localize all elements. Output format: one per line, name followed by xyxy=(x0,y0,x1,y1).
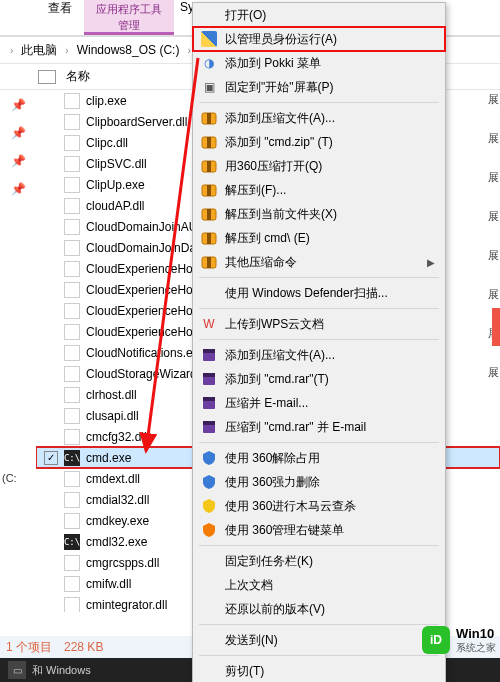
pin-icon[interactable]: 📌 xyxy=(11,126,26,140)
zip-icon xyxy=(201,134,217,150)
watermark: iD Win10 系统之家 xyxy=(422,626,496,654)
menu-item[interactable]: ▣固定到"开始"屏幕(P) xyxy=(193,75,445,99)
menu-item[interactable]: 其他压缩命令▶ xyxy=(193,250,445,274)
pin-icon[interactable]: 📌 xyxy=(11,98,26,112)
menu-item[interactable]: 使用 360进行木马云查杀 xyxy=(193,494,445,518)
menu-item-label: 使用 Windows Defender扫描... xyxy=(225,285,388,302)
menu-item[interactable]: 添加到压缩文件(A)... xyxy=(193,106,445,130)
crumb-computer[interactable]: 此电脑 xyxy=(17,40,61,61)
menu-item[interactable]: 打开(O) xyxy=(193,3,445,27)
menu-item[interactable]: 压缩并 E-mail... xyxy=(193,391,445,415)
file-icon xyxy=(64,576,80,592)
file-icon xyxy=(64,324,80,340)
file-icon xyxy=(64,303,80,319)
menu-item-label: 添加到 "cmd.rar"(T) xyxy=(225,371,329,388)
file-name: CloudDomainJoinAU xyxy=(86,220,197,234)
strip-label: 展 xyxy=(488,92,499,107)
menu-item[interactable]: 解压到(F)... xyxy=(193,178,445,202)
select-all-checkbox[interactable] xyxy=(38,70,56,84)
file-name: cmcfg32.dll xyxy=(86,430,147,444)
ribbon-view[interactable]: 查看 xyxy=(48,0,72,17)
taskbar-app[interactable]: 和 Windows xyxy=(32,663,91,678)
menu-item-label: 压缩到 "cmd.rar" 并 E-mail xyxy=(225,419,366,436)
chevron-right-icon: ▶ xyxy=(427,257,435,268)
menu-separator xyxy=(199,545,439,546)
menu-item[interactable]: 以管理员身份运行(A) xyxy=(193,27,445,51)
menu-item[interactable]: W上传到WPS云文档 xyxy=(193,312,445,336)
start-icon: ▣ xyxy=(201,79,217,95)
ribbon-app-tools[interactable]: 应用程序工具 管理 xyxy=(84,0,174,35)
taskbar-icon[interactable]: ▭ xyxy=(8,661,26,679)
shield-icon xyxy=(201,31,217,47)
sidebar: 📌 📌 📌 📌 xyxy=(0,90,36,612)
menu-item[interactable]: 上次文档 xyxy=(193,573,445,597)
wps-icon: W xyxy=(201,316,217,332)
menu-item[interactable]: ◑添加到 Pokki 菜单 xyxy=(193,51,445,75)
menu-item[interactable]: 使用 360管理右键菜单 xyxy=(193,518,445,542)
menu-item-label: 添加到压缩文件(A)... xyxy=(225,347,335,364)
menu-item-label: 固定到"开始"屏幕(P) xyxy=(225,79,334,96)
svg-rect-13 xyxy=(207,257,211,268)
menu-item[interactable]: 使用 Windows Defender扫描... xyxy=(193,281,445,305)
strip-label: 展 xyxy=(488,131,499,146)
chevron-right-icon: › xyxy=(65,45,68,56)
rar-icon xyxy=(201,347,217,363)
menu-item-label: 上传到WPS云文档 xyxy=(225,316,324,333)
menu-separator xyxy=(199,308,439,309)
svg-rect-11 xyxy=(207,233,211,244)
menu-item[interactable]: 添加到压缩文件(A)... xyxy=(193,343,445,367)
file-icon xyxy=(64,135,80,151)
rar-icon xyxy=(201,395,217,411)
menu-item[interactable]: 使用 360解除占用 xyxy=(193,446,445,470)
watermark-logo-icon: iD xyxy=(422,626,450,654)
file-icon: C:\ xyxy=(64,534,80,550)
file-name: cmifw.dll xyxy=(86,577,131,591)
file-icon xyxy=(64,219,80,235)
file-name: CloudStorageWizard xyxy=(86,367,197,381)
crumb-drive[interactable]: Windows8_OS (C:) xyxy=(73,41,184,59)
menu-item[interactable]: 剪切(T) xyxy=(193,659,445,682)
file-name: clip.exe xyxy=(86,94,127,108)
zip-icon xyxy=(201,230,217,246)
menu-item[interactable]: 固定到任务栏(K) xyxy=(193,549,445,573)
file-name: Clipc.dll xyxy=(86,136,128,150)
file-name: ClipboardServer.dll xyxy=(86,115,187,129)
file-name: CloudExperienceHos xyxy=(86,304,199,318)
menu-item[interactable]: 还原以前的版本(V) xyxy=(193,597,445,621)
file-name: clusapi.dll xyxy=(86,409,139,423)
row-checkbox[interactable]: ✓ xyxy=(44,451,58,465)
menu-item[interactable]: 解压到 cmd\ (E) xyxy=(193,226,445,250)
menu-item[interactable]: 添加到 "cmd.zip" (T) xyxy=(193,130,445,154)
menu-item[interactable]: 压缩到 "cmd.rar" 并 E-mail xyxy=(193,415,445,439)
file-icon xyxy=(64,408,80,424)
file-icon xyxy=(64,345,80,361)
pokki-icon: ◑ xyxy=(201,55,217,71)
menu-item-label: 发送到(N) xyxy=(225,632,278,649)
pin-icon[interactable]: 📌 xyxy=(11,154,26,168)
file-icon xyxy=(64,93,80,109)
file-icon xyxy=(64,240,80,256)
menu-item[interactable]: 用360压缩打开(Q) xyxy=(193,154,445,178)
360-shield-icon xyxy=(201,522,217,538)
menu-item[interactable]: 发送到(N)▶ xyxy=(193,628,445,652)
zip-icon xyxy=(201,110,217,126)
file-icon xyxy=(64,261,80,277)
chevron-right-icon: › xyxy=(10,45,13,56)
file-name: cmdext.dll xyxy=(86,472,140,486)
file-icon xyxy=(64,156,80,172)
zip-icon xyxy=(201,158,217,174)
menu-item-label: 添加到压缩文件(A)... xyxy=(225,110,335,127)
file-name: CloudExperienceHos xyxy=(86,283,199,297)
menu-item[interactable]: 添加到 "cmd.rar"(T) xyxy=(193,367,445,391)
menu-item-label: 添加到 Pokki 菜单 xyxy=(225,55,321,72)
sidebar-drive-label[interactable]: (C: xyxy=(2,472,17,484)
file-icon xyxy=(64,471,80,487)
ribbon-app-tools-sub: 管理 xyxy=(118,18,140,33)
pin-icon[interactable]: 📌 xyxy=(11,182,26,196)
menu-item-label: 使用 360强力删除 xyxy=(225,474,320,491)
rar-icon xyxy=(201,419,217,435)
column-name[interactable]: 名称 xyxy=(66,68,90,85)
menu-item[interactable]: 解压到当前文件夹(X) xyxy=(193,202,445,226)
menu-item[interactable]: 使用 360强力删除 xyxy=(193,470,445,494)
menu-item-label: 其他压缩命令 xyxy=(225,254,297,271)
